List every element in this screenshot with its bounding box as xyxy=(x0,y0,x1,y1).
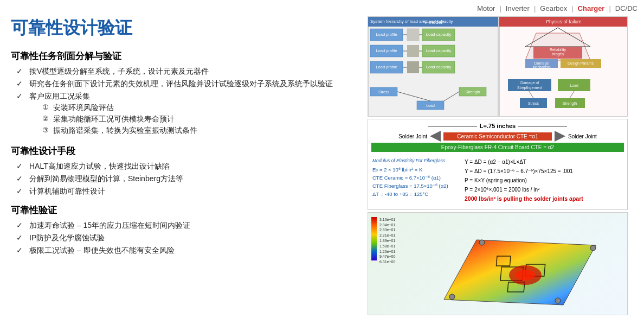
svg-point-71 xyxy=(516,270,535,281)
cte-ceramic: CTE Ceramic = 6.7×10⁻⁶ (α1) xyxy=(372,174,459,182)
triangle-left-icon xyxy=(430,131,441,142)
svg-marker-58 xyxy=(430,131,441,142)
formula-area: Modulus of Elasticity For Fiberglass E₀ … xyxy=(371,155,624,206)
svg-marker-59 xyxy=(555,131,565,142)
nav-item-dcdc[interactable]: DC/DC xyxy=(615,4,637,12)
delta-t: ΔT = -40 to +85 = 125°C xyxy=(372,190,459,198)
svg-rect-7 xyxy=(407,29,419,41)
svg-rect-21 xyxy=(407,61,419,73)
ceramic-bar: Ceramic Semiconductor CTE =α1 xyxy=(443,132,552,141)
circle-num: ③ xyxy=(42,126,53,134)
right-panel: "V-model" System hierarchy of load and l… xyxy=(368,16,639,315)
nav-item-charger[interactable]: Charger xyxy=(578,4,605,12)
section2-title: 可靠性设计手段 xyxy=(11,145,358,157)
bullet-text: 按V模型逐级分解至系统，子系统，设计元素及元器件 xyxy=(29,67,209,77)
list-item: ✓ IP防护及化学腐蚀试验 xyxy=(16,233,358,243)
triangle-right-icon xyxy=(555,131,565,142)
list-item: ✓ 按V模型逐级分解至系统，子系统，设计元素及元器件 xyxy=(16,67,358,77)
sub-list-item: ① 安装环境风险评估 xyxy=(42,103,197,113)
epoxy-bar-wrapper: Epoxy-Fiberglass FR-4 Circuit Board CTE … xyxy=(371,143,624,152)
svg-text:Load: Load xyxy=(426,104,435,107)
formula-left-column: Modulus of Elasticity For Fiberglass E₀ … xyxy=(372,157,459,204)
page-title: 可靠性设计验证 xyxy=(11,16,358,40)
nav-sep-2: | xyxy=(534,4,536,12)
formula-warning: 2000 lbs/in² is pulling the solder joint… xyxy=(465,194,623,204)
check-icon: ✓ xyxy=(16,174,25,183)
check-icon: ✓ xyxy=(16,67,25,75)
list-item: ✓ 计算机辅助可靠性设计 xyxy=(16,187,358,196)
section3-list: ✓ 加速寿命试验 – 15年的应力压缩在短时间内验证 ✓ IP防护及化学腐蚀试验… xyxy=(11,221,358,256)
solder-joint-right-label: Solder Joint xyxy=(568,133,597,139)
section1-title: 可靠性任务剖面分解与验证 xyxy=(11,50,358,62)
list-item: ✓ 分解到简易物理模型的计算，Steinberg方法等 xyxy=(16,174,358,184)
bullet-with-sub: 客户应用工况采集 ① 安装环境风险评估 ② 采集功能循环工况可供模块寿命预计 ③… xyxy=(29,92,197,137)
list-item: ✓ 加速寿命试验 – 15年的应力压缩在短时间内验证 xyxy=(16,221,358,231)
nav-item-motor[interactable]: Motor xyxy=(477,4,495,12)
check-icon: ✓ xyxy=(16,221,25,230)
svg-point-67 xyxy=(555,298,561,303)
svg-text:Integrity: Integrity xyxy=(551,52,564,56)
svg-text:Load profile: Load profile xyxy=(376,32,397,37)
sub-list: ① 安装环境风险评估 ② 采集功能循环工况可供模块寿命预计 ③ 振动路谱采集，转… xyxy=(29,103,197,136)
top-navigation: Motor | Inverter | Gearbox | Charger | D… xyxy=(477,4,637,12)
nav-sep-3: | xyxy=(571,4,573,12)
formula4: P = 2×10⁶×.001 = 2000 lbs / in² xyxy=(465,185,623,194)
svg-text:Stress: Stress xyxy=(378,90,389,94)
svg-text:Load: Load xyxy=(570,84,578,87)
list-item: ✓ 研究各任务剖面下设计元素的失效机理，评估风险并设计试验逐级对子系统及系统予以… xyxy=(16,79,358,89)
check-icon: ✓ xyxy=(16,92,25,100)
svg-text:Stress: Stress xyxy=(528,101,539,105)
svg-text:Design Params: Design Params xyxy=(568,61,594,66)
formula-right-column: Y = ΔD = (α2 − α1)×L×ΔT Y = ΔD = (17.5×1… xyxy=(465,157,623,204)
physics-diagram: L=.75 inches Solder Joint Ceramic Semico… xyxy=(368,119,628,210)
solder-joint-row: Solder Joint Ceramic Semiconductor CTE =… xyxy=(371,131,624,142)
l-label: L=.75 inches xyxy=(371,123,624,129)
bullet-text: 研究各任务剖面下设计元素的失效机理，评估风险并设计试验逐级对子系统及系统予以验证 xyxy=(29,79,333,89)
svg-text:Damage of: Damage of xyxy=(520,81,539,85)
circle-num: ① xyxy=(42,103,53,111)
svg-text:Load capacity: Load capacity xyxy=(426,48,452,53)
check-icon: ✓ xyxy=(16,187,25,195)
svg-text:Strength: Strength xyxy=(563,101,577,106)
section3-title: 可靠性验证 xyxy=(11,204,358,217)
nav-item-gearbox[interactable]: Gearbox xyxy=(540,4,567,12)
svg-text:Mechanism: Mechanism xyxy=(532,65,550,69)
sub-list-item: ② 采集功能循环工况可供模块寿命预计 xyxy=(42,114,197,124)
modulus-label: Modulus of Elasticity For Fiberglass xyxy=(372,157,459,165)
check-icon: ✓ xyxy=(16,162,25,170)
list-item: ✓ 极限工况试验 – 即使失效也不能有安全风险 xyxy=(16,246,358,256)
svg-text:Load capacity: Load capacity xyxy=(426,65,452,69)
svg-text:Load profile: Load profile xyxy=(376,65,397,69)
legend-values: 3.16e+01 2.84e+01 2.53e+01 2.21e+01 1.89… xyxy=(379,217,395,265)
3d-pcb-svg xyxy=(411,213,607,313)
epoxy-bar: Epoxy-Fiberglass FR-4 Circuit Board CTE … xyxy=(371,143,624,152)
svg-rect-14 xyxy=(407,45,419,57)
left-content-panel: 可靠性设计验证 可靠性任务剖面分解与验证 ✓ 按V模型逐级分解至系统，子系统，设… xyxy=(11,16,358,258)
svg-text:Load profile: Load profile xyxy=(376,48,397,53)
3d-stress-plot: 3.16e+01 2.84e+01 2.53e+01 2.21e+01 1.89… xyxy=(368,212,628,315)
svg-text:Strepthgement: Strepthgement xyxy=(517,86,542,90)
svg-text:Load capacity: Load capacity xyxy=(426,32,452,37)
svg-point-66 xyxy=(449,294,455,300)
list-item: ✓ HALT高加速应力试验，快速找出设计缺陷 xyxy=(16,162,358,171)
plot-legend: 3.16e+01 2.84e+01 2.53e+01 2.21e+01 1.89… xyxy=(371,217,395,265)
section2-list: ✓ HALT高加速应力试验，快速找出设计缺陷 ✓ 分解到简易物理模型的计算，St… xyxy=(11,162,358,196)
check-icon: ✓ xyxy=(16,233,25,242)
solder-joint-left-label: Solder Joint xyxy=(398,133,427,139)
nav-sep-4: | xyxy=(609,4,610,12)
section1-list: ✓ 按V模型逐级分解至系统，子系统，设计元素及元器件 ✓ 研究各任务剖面下设计元… xyxy=(11,67,358,137)
check-icon: ✓ xyxy=(16,246,25,254)
svg-text:Reliability: Reliability xyxy=(550,48,566,52)
formula1: Y = ΔD = (α2 − α1)×L×ΔT xyxy=(465,157,623,167)
nav-item-inverter[interactable]: Inverter xyxy=(506,4,530,12)
check-icon: ✓ xyxy=(16,79,25,88)
cte-fiberglass: CTE Fiberglass = 17.5×10⁻⁶ (α2) xyxy=(372,182,459,190)
circle-num: ② xyxy=(42,114,53,123)
sub-list-item: ③ 振动路谱采集，转换为实验室振动测试条件 xyxy=(42,126,197,136)
svg-text:System hierarchy of load and l: System hierarchy of load and load capaci… xyxy=(370,19,453,24)
list-item: ✓ 客户应用工况采集 ① 安装环境风险评估 ② 采集功能循环工况可供模块寿命预计… xyxy=(16,92,358,137)
svg-point-69 xyxy=(479,240,485,245)
svg-point-68 xyxy=(590,245,596,251)
formula2: Y = ΔD = (17.5×10⁻⁶ − 6.7⁻⁶)×75×125 = .0… xyxy=(465,167,623,176)
formula3: P = K×Y (spring equation) xyxy=(465,176,623,185)
